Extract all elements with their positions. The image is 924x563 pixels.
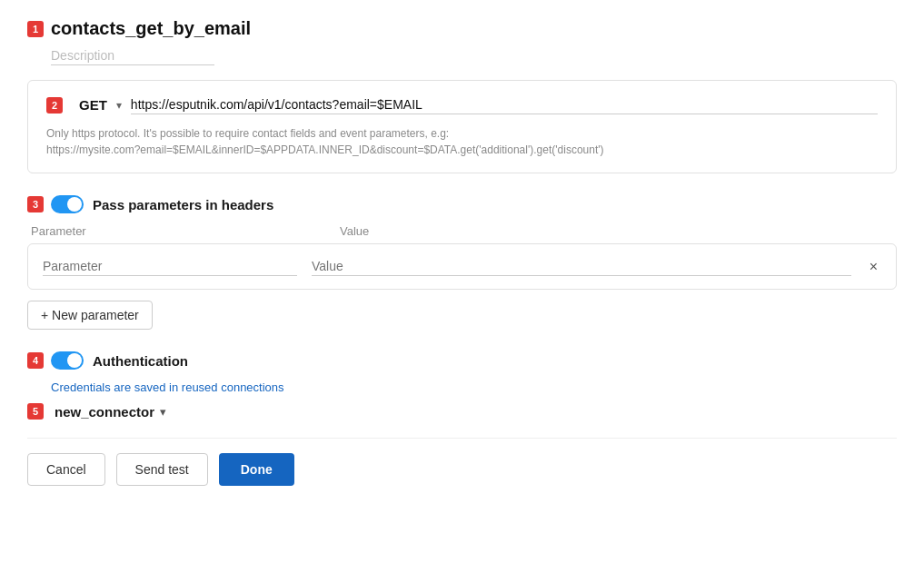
auth-section: 4 Authentication Credentials are saved i… xyxy=(27,351,897,420)
url-row: 2 GET ▾ xyxy=(46,95,878,114)
toggle-slider xyxy=(51,195,84,213)
headers-toggle[interactable] xyxy=(51,195,84,213)
auth-toggle[interactable] xyxy=(51,351,84,370)
auth-label: Authentication xyxy=(93,353,188,369)
auth-section-header: 4 Authentication xyxy=(27,351,897,370)
headers-section: 3 Pass parameters in headers Parameter V… xyxy=(27,195,897,351)
auth-toggle-slider xyxy=(51,351,84,370)
param-row: × xyxy=(27,243,897,290)
value-col-label: Value xyxy=(340,224,369,238)
new-parameter-button[interactable]: + New parameter xyxy=(27,301,153,330)
headers-section-header: 3 Pass parameters in headers xyxy=(27,195,897,213)
step5-badge: 5 xyxy=(27,403,44,420)
url-hint: Only https protocol. It's possible to re… xyxy=(46,125,878,158)
value-input[interactable] xyxy=(312,257,851,276)
parameter-col-label: Parameter xyxy=(31,224,340,238)
page-title: contacts_get_by_email xyxy=(51,18,251,39)
remove-param-button[interactable]: × xyxy=(866,259,881,275)
footer-buttons: Cancel Send test Done xyxy=(27,438,897,486)
url-input[interactable] xyxy=(131,95,878,114)
step4-badge: 4 xyxy=(27,352,44,369)
param-column-headers: Parameter Value xyxy=(27,224,897,238)
step3-badge: 3 xyxy=(27,196,44,212)
cancel-button[interactable]: Cancel xyxy=(27,453,105,486)
connector-name: new_connector xyxy=(55,404,154,420)
auth-description-link[interactable]: in reused connections xyxy=(169,380,283,394)
method-chevron-icon[interactable]: ▾ xyxy=(116,99,122,112)
step2-badge: 2 xyxy=(46,97,63,114)
param-input[interactable] xyxy=(43,257,297,276)
done-button[interactable]: Done xyxy=(219,453,294,486)
send-test-button[interactable]: Send test xyxy=(116,453,208,486)
new-parameter-label: + New parameter xyxy=(41,308,139,322)
connector-row: 5 new_connector ▾ xyxy=(27,403,897,420)
headers-label: Pass parameters in headers xyxy=(93,197,273,212)
auth-description: Credentials are saved in reused connecti… xyxy=(51,380,897,394)
method-label: GET xyxy=(79,97,107,113)
method-badge: 2 xyxy=(46,97,70,114)
description-input[interactable] xyxy=(51,46,214,65)
step1-badge: 1 xyxy=(27,21,44,37)
section1-title: 1 contacts_get_by_email xyxy=(27,18,897,39)
url-section: 2 GET ▾ Only https protocol. It's possib… xyxy=(27,80,897,173)
connector-chevron-icon[interactable]: ▾ xyxy=(160,405,166,419)
